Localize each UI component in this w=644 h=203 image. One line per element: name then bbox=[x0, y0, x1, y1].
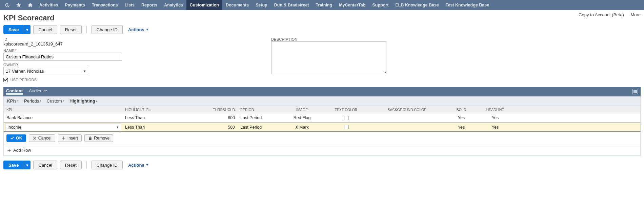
col-background-color: BACKGROUND COLOR bbox=[370, 108, 444, 112]
description-label: DESCRIPTION bbox=[271, 37, 386, 41]
change-id-button[interactable]: Change ID bbox=[92, 25, 123, 34]
subtab-highlighting[interactable]: Highlighting• bbox=[69, 98, 97, 104]
cancel-button[interactable]: Cancel bbox=[33, 25, 57, 34]
tab-audience[interactable]: Audience bbox=[29, 88, 47, 95]
subtab-periods[interactable]: Periods• bbox=[24, 98, 41, 104]
row-action-bar: OK Cancel Insert Remove bbox=[4, 132, 640, 145]
nav-test-kb[interactable]: Test Knowledge Base bbox=[442, 0, 492, 10]
cell-image[interactable]: X Mark bbox=[282, 125, 322, 130]
text-color-checkbox[interactable] bbox=[344, 125, 348, 129]
nav-activities[interactable]: Activities bbox=[36, 0, 62, 10]
save-button-bottom[interactable]: Save bbox=[3, 161, 24, 169]
cell-highlight-if: Less Than bbox=[122, 115, 207, 120]
form: ID kpiscorecard_2_1013519_647 NAME* OWNE… bbox=[3, 37, 641, 84]
grid-header: KPI HIGHLIGHT IF... THRESHOLD PERIOD IMA… bbox=[4, 106, 640, 113]
cell-highlight-if[interactable]: Less Than bbox=[122, 125, 207, 130]
subtab-bar: KPIs• Periods• Custom• Highlighting• bbox=[3, 96, 641, 106]
col-threshold: THRESHOLD bbox=[207, 108, 238, 112]
col-image: IMAGE bbox=[282, 108, 322, 112]
view-switch-icon[interactable] bbox=[632, 89, 638, 94]
top-toolbar: Save ▾ Cancel Reset Change ID Actions▼ bbox=[3, 25, 641, 34]
nav-payments[interactable]: Payments bbox=[62, 0, 88, 10]
section-tabbar: Content Audience bbox=[3, 87, 641, 96]
cell-kpi-input[interactable]: Income bbox=[5, 124, 121, 131]
more-link[interactable]: More bbox=[630, 12, 641, 17]
id-value: kpiscorecard_2_1013519_647 bbox=[3, 41, 264, 47]
owner-select[interactable]: 17 Varner, Nicholas bbox=[3, 67, 88, 75]
nav-documents[interactable]: Documents bbox=[222, 0, 252, 10]
cell-image: Red Flag bbox=[282, 115, 322, 120]
nav-dnb[interactable]: Dun & Bradstreet bbox=[271, 0, 313, 10]
row-remove-button[interactable]: Remove bbox=[84, 134, 114, 142]
tab-content[interactable]: Content bbox=[6, 88, 23, 95]
nav-transactions[interactable]: Transactions bbox=[88, 0, 121, 10]
row-cancel-button[interactable]: Cancel bbox=[29, 134, 55, 142]
col-highlight-if: HIGHLIGHT IF... bbox=[122, 108, 207, 112]
actions-menu-bottom[interactable]: Actions▼ bbox=[128, 163, 149, 168]
cell-text-color bbox=[322, 116, 370, 120]
description-field[interactable] bbox=[271, 41, 386, 74]
cell-headline: Yes bbox=[478, 115, 512, 120]
nav-customization[interactable]: Customization bbox=[186, 0, 222, 10]
cell-kpi: Bank Balance bbox=[4, 115, 122, 120]
nav-reports[interactable]: Reports bbox=[138, 0, 161, 10]
col-period: PERIOD bbox=[238, 108, 282, 112]
owner-label: OWNER bbox=[3, 63, 264, 67]
cell-text-color bbox=[322, 125, 370, 129]
toolbar-separator bbox=[86, 26, 87, 33]
history-icon[interactable] bbox=[1, 0, 13, 10]
row-insert-button[interactable]: Insert bbox=[58, 134, 82, 142]
cell-period[interactable]: Last Period bbox=[238, 125, 282, 130]
nav-mycentertab[interactable]: MyCenterTab bbox=[336, 0, 369, 10]
subtab-kpis[interactable]: KPIs• bbox=[7, 98, 19, 104]
col-headline: HEADLINE bbox=[478, 108, 512, 112]
cell-threshold: 600 bbox=[207, 115, 238, 120]
row-ok-button[interactable]: OK bbox=[6, 134, 26, 142]
highlighting-grid: KPI HIGHLIGHT IF... THRESHOLD PERIOD IMA… bbox=[3, 106, 641, 156]
reset-button-bottom[interactable]: Reset bbox=[60, 161, 82, 169]
col-kpi: KPI bbox=[4, 108, 122, 112]
cell-period: Last Period bbox=[238, 115, 282, 120]
col-text-color: TEXT COLOR bbox=[322, 108, 370, 112]
cell-headline[interactable]: Yes bbox=[478, 125, 512, 130]
save-dropdown-bottom[interactable]: ▾ bbox=[24, 161, 31, 169]
col-bold: BOLD bbox=[444, 108, 478, 112]
toolbar-separator bbox=[86, 161, 87, 169]
id-label: ID bbox=[3, 37, 264, 41]
grid-row-editing[interactable]: Income Less Than 500 Last Period X Mark … bbox=[4, 123, 640, 132]
nav-training[interactable]: Training bbox=[313, 0, 336, 10]
change-id-button-bottom[interactable]: Change ID bbox=[92, 161, 123, 169]
text-color-checkbox[interactable] bbox=[344, 116, 348, 120]
star-icon[interactable] bbox=[13, 0, 24, 10]
cell-threshold[interactable]: 500 bbox=[207, 125, 238, 130]
actions-menu[interactable]: Actions▼ bbox=[128, 27, 149, 32]
reset-button[interactable]: Reset bbox=[60, 25, 82, 34]
bottom-toolbar: Save ▾ Cancel Reset Change ID Actions▼ bbox=[3, 161, 641, 169]
cancel-button-bottom[interactable]: Cancel bbox=[33, 161, 57, 169]
cell-bold[interactable]: Yes bbox=[444, 125, 478, 130]
home-icon[interactable] bbox=[24, 0, 36, 10]
name-label: NAME* bbox=[3, 49, 264, 53]
nav-lists[interactable]: Lists bbox=[121, 0, 138, 10]
save-button[interactable]: Save bbox=[3, 25, 24, 34]
grid-row[interactable]: Bank Balance Less Than 600 Last Period R… bbox=[4, 113, 640, 123]
use-periods-checkbox[interactable] bbox=[3, 78, 8, 82]
copy-to-account-link[interactable]: Copy to Account (Beta) bbox=[579, 12, 624, 17]
nav-support[interactable]: Support bbox=[369, 0, 392, 10]
cell-bold: Yes bbox=[444, 115, 478, 120]
name-field[interactable] bbox=[3, 53, 122, 61]
save-dropdown[interactable]: ▾ bbox=[24, 25, 31, 34]
use-periods-label: USE PERIODS bbox=[11, 78, 37, 82]
add-row-button[interactable]: Add Row bbox=[4, 145, 640, 155]
nav-setup[interactable]: Setup bbox=[252, 0, 271, 10]
nav-elb-kb[interactable]: ELB Knowledge Base bbox=[392, 0, 442, 10]
nav-analytics[interactable]: Analytics bbox=[161, 0, 186, 10]
subtab-custom[interactable]: Custom• bbox=[47, 98, 64, 104]
top-navigation: Activities Payments Transactions Lists R… bbox=[0, 0, 644, 10]
page-title: KPI Scorecard bbox=[3, 14, 54, 22]
